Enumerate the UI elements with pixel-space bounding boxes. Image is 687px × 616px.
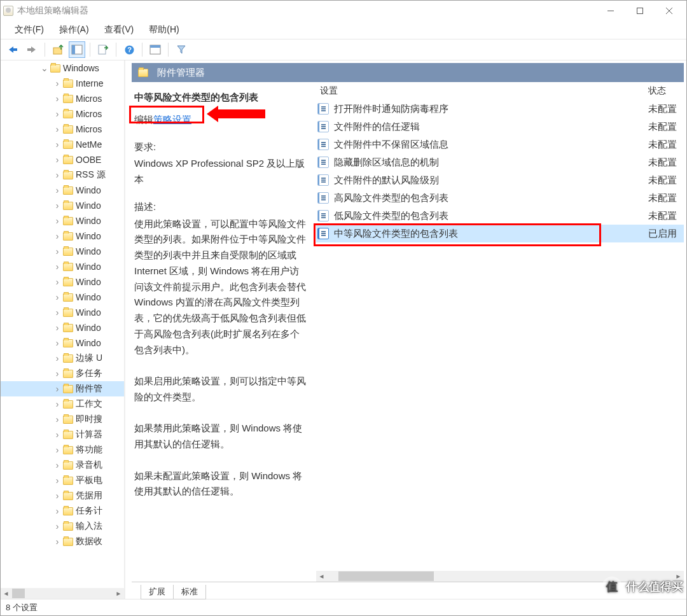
expand-icon[interactable]: ›: [53, 109, 62, 118]
help-button[interactable]: ?: [121, 41, 137, 58]
tree-item[interactable]: ›Windo: [1, 244, 124, 259]
tree-item[interactable]: ›计算器: [1, 427, 124, 442]
expand-icon[interactable]: ›: [53, 445, 62, 454]
expand-icon[interactable]: ›: [53, 155, 62, 164]
tree-item[interactable]: ›录音机: [1, 458, 124, 473]
menu-action[interactable]: 操作(A): [52, 23, 97, 37]
properties-button[interactable]: [147, 41, 163, 58]
expand-icon[interactable]: ›: [53, 537, 62, 546]
expand-icon[interactable]: ›: [53, 400, 62, 409]
expand-icon[interactable]: ›: [53, 461, 62, 470]
tree-item[interactable]: ›Windo: [1, 198, 124, 213]
policy-row[interactable]: 文件附件的信任逻辑未配置: [316, 118, 684, 136]
tree-parent[interactable]: ⌄Windows: [1, 60, 124, 76]
tree-item[interactable]: ›NetMe: [1, 137, 124, 152]
expand-icon[interactable]: ›: [53, 94, 62, 103]
tree-item[interactable]: ›即时搜: [1, 412, 124, 427]
expand-icon[interactable]: ›: [53, 216, 62, 225]
tree-item[interactable]: ›任务计: [1, 503, 124, 519]
menu-view[interactable]: 查看(V): [97, 23, 142, 37]
export-button[interactable]: [95, 41, 111, 58]
tree-hscrollbar[interactable]: ◄►: [1, 588, 124, 599]
tab-standard[interactable]: 标准: [173, 585, 206, 599]
tree-item[interactable]: ›Windo: [1, 213, 124, 228]
expand-icon[interactable]: ›: [53, 247, 62, 256]
tree-item[interactable]: ›凭据用: [1, 488, 124, 503]
tree-label: 边缘 U: [76, 353, 102, 364]
policy-row[interactable]: 隐藏删除区域信息的机制未配置: [316, 153, 684, 171]
expand-icon[interactable]: ›: [53, 339, 62, 347]
tree-item[interactable]: ›Windo: [1, 274, 124, 290]
tree-item[interactable]: ›平板电: [1, 473, 124, 488]
expand-icon[interactable]: ›: [53, 430, 62, 439]
expand-icon[interactable]: ›: [53, 323, 62, 332]
tree-item[interactable]: ›Micros: [1, 122, 124, 137]
policy-row[interactable]: 文件附件的默认风险级别未配置: [316, 171, 684, 189]
expand-icon[interactable]: ›: [53, 186, 62, 195]
tree-item[interactable]: ›数据收: [1, 534, 124, 549]
tree-label: 录音机: [76, 459, 102, 471]
expand-icon[interactable]: ›: [53, 354, 62, 363]
policy-name: 中等风险文件类型的包含列表: [334, 228, 648, 240]
tree-item[interactable]: ›附件管: [1, 381, 124, 396]
tree-label: 任务计: [76, 505, 102, 517]
tree-item[interactable]: ›多任务: [1, 366, 124, 381]
tree-item[interactable]: ›边缘 U: [1, 351, 124, 366]
tree-item[interactable]: ›Micros: [1, 91, 124, 106]
up-button[interactable]: [50, 41, 66, 58]
expand-icon[interactable]: ›: [53, 384, 62, 393]
col-header-status[interactable]: 状态: [648, 85, 684, 97]
show-hide-tree-button[interactable]: [69, 41, 85, 58]
expand-icon[interactable]: ›: [53, 507, 62, 515]
tree-item[interactable]: ›Windo: [1, 290, 124, 305]
expand-icon[interactable]: ›: [53, 277, 62, 286]
tab-extended[interactable]: 扩展: [141, 585, 174, 599]
maximize-button[interactable]: [625, 1, 655, 21]
expand-icon[interactable]: ›: [53, 308, 62, 317]
expand-icon[interactable]: ›: [53, 491, 62, 500]
expand-icon[interactable]: ›: [53, 293, 62, 302]
minimize-button[interactable]: [596, 1, 625, 21]
col-header-setting[interactable]: 设置: [316, 85, 648, 97]
policy-row[interactable]: 中等风险文件类型的包含列表已启用: [316, 225, 684, 242]
expand-icon[interactable]: ›: [53, 201, 62, 210]
tree-item[interactable]: ›Windo: [1, 183, 124, 198]
tree-item[interactable]: ›Windo: [1, 320, 124, 335]
collapse-icon[interactable]: ⌄: [40, 64, 49, 73]
expand-icon[interactable]: ›: [53, 125, 62, 134]
expand-icon[interactable]: ›: [53, 232, 62, 241]
tree-item[interactable]: ›Windo: [1, 259, 124, 274]
tree-item[interactable]: ›OOBE: [1, 152, 124, 167]
tree-item[interactable]: ›将功能: [1, 442, 124, 458]
tree-item[interactable]: ›输入法: [1, 519, 124, 534]
policy-row[interactable]: 文件附件中不保留区域信息未配置: [316, 136, 684, 153]
tree-item[interactable]: ›Windo: [1, 305, 124, 320]
tree-scroll[interactable]: ⌄Windows›Interne›Micros›Micros›Micros›Ne…: [1, 60, 124, 588]
expand-icon[interactable]: ›: [53, 369, 62, 378]
expand-icon[interactable]: ›: [53, 522, 62, 531]
expand-icon[interactable]: ›: [53, 262, 62, 271]
expand-icon[interactable]: ›: [53, 79, 62, 88]
expand-icon[interactable]: ›: [53, 476, 62, 485]
expand-icon[interactable]: ›: [53, 171, 62, 179]
menu-help[interactable]: 帮助(H): [141, 23, 186, 37]
tree-item[interactable]: ›RSS 源: [1, 167, 124, 183]
tree-label: 附件管: [76, 383, 102, 395]
close-button[interactable]: [655, 1, 684, 21]
expand-icon[interactable]: ›: [53, 140, 62, 149]
policy-row[interactable]: 高风险文件类型的包含列表未配置: [316, 189, 684, 207]
tree-item[interactable]: ›Interne: [1, 76, 124, 91]
tree-item[interactable]: ›Micros: [1, 106, 124, 122]
tree-item[interactable]: ›Windo: [1, 228, 124, 244]
tree-item[interactable]: ›Windo: [1, 335, 124, 351]
tree-label: Windows: [63, 63, 99, 73]
menu-file[interactable]: 文件(F): [7, 23, 52, 37]
policy-row[interactable]: 低风险文件类型的包含列表未配置: [316, 207, 684, 225]
forward-button[interactable]: [24, 41, 40, 58]
expand-icon[interactable]: ›: [53, 415, 62, 424]
back-button[interactable]: [4, 41, 21, 58]
edit-policy-link[interactable]: 策略设置: [153, 114, 191, 125]
filter-button[interactable]: [173, 41, 190, 58]
tree-item[interactable]: ›工作文: [1, 396, 124, 412]
policy-row[interactable]: 打开附件时通知防病毒程序未配置: [316, 100, 684, 118]
